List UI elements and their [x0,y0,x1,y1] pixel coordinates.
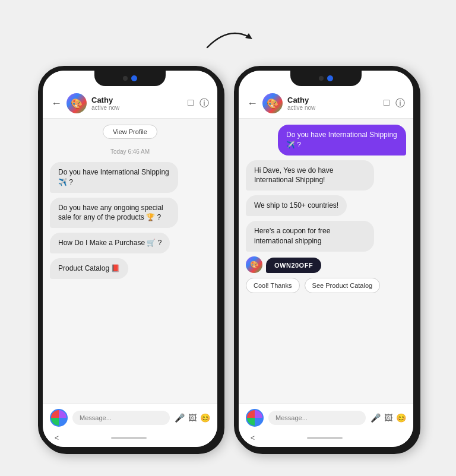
phone1-back-button[interactable]: ← [51,97,62,110]
notch-speaker [123,76,128,81]
phone2-input-avatar [246,409,264,427]
info-icon-2[interactable]: ⓘ [395,97,405,110]
phone1-header-info: Cathy active now [91,96,183,111]
phone2-contact-status: active now [287,104,379,111]
mic-icon[interactable]: 🎤 [175,413,185,423]
phone1-msg-4[interactable]: Product Catalog 📕 [50,258,128,279]
phone1-input-avatar [50,409,68,427]
phone1-contact-name: Cathy [91,96,183,104]
phone1-header-icons: □ ⓘ [188,97,209,110]
phone2-nav-back[interactable]: < [251,434,255,442]
phone1-home-bar[interactable] [111,437,147,439]
phone2-msg-sent-1[interactable]: Do you have International Shipping ✈️ ? [278,125,406,156]
phone1-input-icons: 🎤 🖼 😊 [175,413,210,423]
phone2-quick-replies: Cool! Thanks See Product Catalog [246,278,380,293]
phone2-home-indicator: < [239,431,413,447]
phone2-bot-avatar: 🎨 [246,256,262,273]
phone2-notch [290,71,362,86]
sticker-icon[interactable]: 😊 [200,413,210,423]
view-profile-button[interactable]: View Profile [103,125,157,139]
notch2-camera [327,75,333,81]
phone2-avatar: 🎨 [262,93,283,113]
phone2-chat-body: Do you have International Shipping ✈️ ? … [239,119,413,404]
phone-2: ← 🎨 Cathy active now □ ⓘ Do you have Int… [234,66,418,452]
video-icon[interactable]: □ [188,97,194,110]
image-icon[interactable]: 🖼 [188,413,197,423]
phone-1: ← 🎨 Cathy active now □ ⓘ View Profile To… [38,66,222,452]
phone2-screen: ← 🎨 Cathy active now □ ⓘ Do you have Int… [239,71,413,447]
phone2-msg-received-3[interactable]: Here's a coupon for free international s… [246,221,374,252]
phone1-nav-back[interactable]: < [55,434,59,442]
phone2-back-button[interactable]: ← [247,97,258,110]
info-icon[interactable]: ⓘ [200,97,209,110]
phone2-message-input[interactable] [268,411,366,425]
phone1-chat-header: ← 🎨 Cathy active now □ ⓘ [43,88,217,119]
video-icon-2[interactable]: □ [384,97,390,110]
phone1-home-indicator: < [43,431,217,447]
phone2-input-bar: 🎤 🖼 😊 [239,404,413,431]
phone1-timestamp: Today 6:46 AM [50,148,210,155]
phone2-msg-received-1[interactable]: Hi Dave, Yes we do have International Sh… [246,160,374,191]
phone1-chat-body: View Profile Today 6:46 AM Do you have I… [43,119,217,404]
notch2-speaker [319,76,324,81]
notch-camera [131,75,137,81]
phone2-input-icons: 🎤 🖼 😊 [370,413,406,423]
phone1-screen: ← 🎨 Cathy active now □ ⓘ View Profile To… [43,71,217,447]
phone2-coupon-code[interactable]: OWN20OFF [266,258,321,273]
phone2-home-bar[interactable] [307,437,343,439]
phone1-msg-2[interactable]: Do you have any ongoing special sale for… [50,198,178,229]
phone1-contact-status: active now [91,104,183,111]
phone2-coupon-row: 🎨 OWN20OFF [246,256,406,273]
sticker-icon-2[interactable]: 😊 [396,413,406,423]
quick-reply-see-catalog[interactable]: See Product Catalog [305,278,381,293]
image-icon-2[interactable]: 🖼 [384,413,392,423]
phone1-msg-3[interactable]: How Do I Make a Purchase 🛒 ? [50,233,170,253]
phone1-message-input[interactable] [72,411,170,425]
phone2-header-icons: □ ⓘ [384,97,405,110]
mic-icon-2[interactable]: 🎤 [370,413,381,423]
phone2-chat-header: ← 🎨 Cathy active now □ ⓘ [239,88,413,119]
phone1-msg-1[interactable]: Do you have International Shipping ✈️ ? [50,162,178,193]
phone2-contact-name: Cathy [287,96,379,104]
phone1-avatar: 🎨 [66,93,87,113]
phone2-header-info: Cathy active now [287,96,379,111]
phone2-msg-received-2[interactable]: We ship to 150+ countries! [246,195,347,216]
phone1-notch [94,71,166,86]
transition-arrow [201,25,255,53]
phone1-input-bar: 🎤 🖼 😊 [43,404,217,431]
quick-reply-cool-thanks[interactable]: Cool! Thanks [246,278,300,293]
